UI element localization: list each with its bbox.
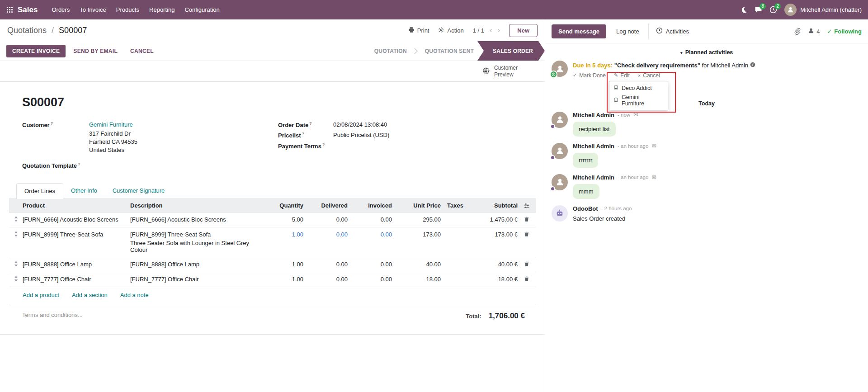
send-by-email-button[interactable]: SEND BY EMAIL: [68, 45, 123, 57]
dropdown-item[interactable]: Deco Addict: [609, 83, 668, 93]
drag-handle-icon[interactable]: [9, 216, 23, 223]
drag-handle-icon[interactable]: [9, 276, 23, 283]
activities-button[interactable]: Activities: [648, 24, 694, 39]
control-panel: Quotations / S00007 Print Action 1 / 1 ‹…: [0, 19, 545, 41]
send-message-button[interactable]: Send message: [552, 24, 606, 38]
followers-count: 4: [816, 28, 820, 35]
delete-row-icon[interactable]: [518, 261, 536, 268]
table-row[interactable]: [FURN_6666] Acoustic Bloc Screens [FURN_…: [9, 213, 536, 227]
message-item: Mitchell Admin - an hour ago ✉ mmm: [545, 170, 868, 201]
table-row[interactable]: [FURN_7777] Office Chair [FURN_7777] Off…: [9, 272, 536, 287]
totals: Total: 1,706.00 €: [466, 312, 525, 321]
payment-terms-label: Payment Terms?: [278, 142, 333, 150]
message-bubble: rrrrrrr: [573, 153, 598, 168]
attachment-paperclip-icon[interactable]: [794, 28, 801, 35]
message-time: - now: [618, 112, 630, 118]
presence-dot: [550, 124, 555, 129]
check-icon: ✓: [827, 28, 832, 35]
check-icon: ✓: [573, 72, 577, 78]
message-item: Mitchell Admin - now ✉ recipient list: [545, 108, 868, 139]
add-section-link[interactable]: Add a section: [72, 292, 108, 298]
breadcrumb-parent[interactable]: Quotations: [7, 26, 47, 35]
message-time: - an hour ago: [618, 143, 648, 149]
pager-prev-icon[interactable]: ‹: [490, 26, 492, 35]
planned-activities-header[interactable]: ▾ Planned activities: [545, 43, 868, 60]
tab-customer-signature[interactable]: Customer Signature: [105, 183, 173, 198]
tab-order-lines[interactable]: Order Lines: [16, 183, 63, 199]
edit-activity-button[interactable]: ✎Edit: [614, 72, 630, 79]
log-note-button[interactable]: Log note: [611, 24, 645, 38]
print-button[interactable]: Print: [408, 27, 429, 34]
breadcrumb-current: S00007: [59, 26, 87, 35]
state-quotation[interactable]: QUOTATION: [367, 41, 414, 61]
table-row[interactable]: [FURN_8888] Office Lamp [FURN_8888] Offi…: [9, 257, 536, 272]
add-note-link[interactable]: Add a note: [120, 292, 149, 298]
message-item: OdooBot - 2 hours ago Sales Order create…: [545, 201, 868, 224]
envelope-icon: ✉: [651, 174, 656, 180]
messages-icon[interactable]: 8: [755, 6, 762, 14]
customer-preview-button[interactable]: Customer Preview: [482, 65, 522, 78]
cancel-button[interactable]: CANCEL: [125, 45, 159, 57]
message-body: Sales Order created: [573, 215, 632, 222]
nav-item-reporting[interactable]: Reporting: [144, 0, 179, 19]
globe-icon: [482, 67, 490, 76]
nav-item-configuration[interactable]: Configuration: [179, 0, 224, 19]
table-row[interactable]: [FURN_8999] Three-Seat Sofa [FURN_8999] …: [9, 227, 536, 257]
create-invoice-button[interactable]: CREATE INVOICE: [6, 45, 66, 57]
dark-mode-moon-icon[interactable]: [740, 6, 747, 14]
envelope-icon: ✉: [633, 112, 638, 118]
customer-value[interactable]: Gemini Furniture: [89, 121, 137, 128]
message-bubble: mmm: [573, 184, 599, 199]
delete-row-icon[interactable]: [518, 276, 536, 283]
state-sales-order[interactable]: SALES ORDER: [477, 41, 545, 61]
message-item: Mitchell Admin - an hour ago ✉ rrrrrrr: [545, 139, 868, 170]
mark-done-button[interactable]: ✓Mark Done: [573, 72, 606, 79]
drag-handle-icon[interactable]: [9, 231, 23, 238]
followers-button[interactable]: 4: [808, 28, 820, 35]
following-toggle[interactable]: ✓ Following: [827, 28, 862, 35]
action-button[interactable]: Action: [438, 27, 463, 34]
fields-right: Order Date? 02/08/2024 13:08:40 Pricelis…: [278, 121, 534, 172]
info-icon[interactable]: [750, 62, 755, 69]
pager-value: 1 / 1: [473, 27, 484, 34]
message-author[interactable]: Mitchell Admin: [573, 112, 614, 118]
cancel-activity-button[interactable]: ×Cancel: [638, 72, 660, 79]
message-author[interactable]: OdooBot: [573, 205, 598, 212]
order-lines-table: Product Description Quantity Delivered I…: [9, 199, 536, 304]
pager-next-icon[interactable]: ›: [498, 26, 500, 35]
nav-item-to-invoice[interactable]: To Invoice: [75, 0, 111, 19]
delete-row-icon[interactable]: [518, 216, 536, 223]
user-menu[interactable]: Mitchell Admin (chatter): [784, 4, 862, 16]
gear-icon: [438, 27, 444, 34]
message-bubble: recipient list: [573, 122, 616, 137]
app-brand[interactable]: Sales: [18, 5, 38, 14]
state-quotation-sent[interactable]: QUOTATION SENT: [418, 41, 481, 61]
activity-due-text: Due in 5 days:: [573, 62, 613, 69]
tab-other-info[interactable]: Other Info: [63, 183, 105, 198]
document-title: S00007: [22, 95, 534, 109]
drag-handle-icon[interactable]: [9, 261, 23, 268]
nav-item-orders[interactable]: Orders: [47, 0, 75, 19]
message-avatar: [552, 174, 568, 190]
apps-grid-icon[interactable]: [6, 6, 13, 13]
new-button[interactable]: New: [509, 24, 538, 37]
message-author[interactable]: Mitchell Admin: [573, 174, 614, 181]
message-time: - 2 hours ago: [601, 206, 632, 211]
dropdown-item[interactable]: Gemini Furniture: [609, 93, 668, 108]
print-icon: [408, 27, 415, 34]
order-date-value[interactable]: 02/08/2024 13:08:40: [333, 121, 387, 128]
nav-item-products[interactable]: Products: [111, 0, 144, 19]
building-icon: [613, 97, 618, 104]
activities-clock-icon[interactable]: 2: [769, 6, 777, 14]
message-author[interactable]: Mitchell Admin: [573, 143, 614, 150]
activity-actions: ✓Mark Done ✎Edit ×Cancel: [573, 72, 755, 79]
followers-person-icon: [808, 28, 814, 35]
add-product-link[interactable]: Add a product: [23, 292, 59, 298]
optional-columns-icon[interactable]: [518, 203, 536, 209]
pricelist-value[interactable]: Public Pricelist (USD): [333, 132, 389, 138]
activity-assignee: for Mitchell Admin: [702, 62, 748, 69]
envelope-icon: ✉: [651, 143, 656, 149]
terms-placeholder[interactable]: Terms and conditions...: [22, 312, 83, 318]
delete-row-icon[interactable]: [518, 231, 536, 238]
order-date-label: Order Date?: [278, 121, 333, 128]
